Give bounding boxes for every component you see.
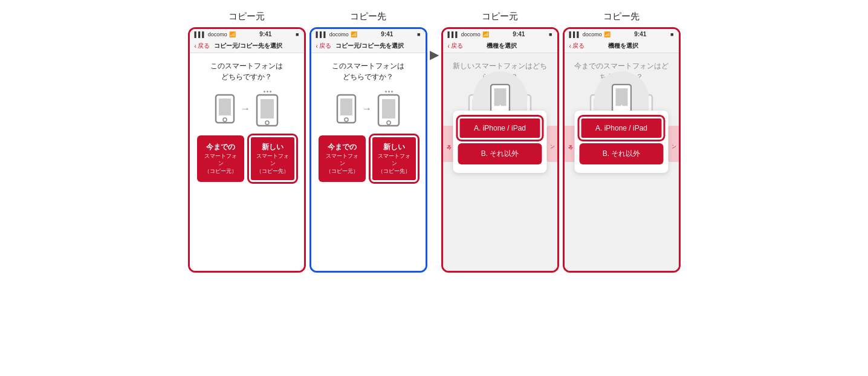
status-bar-4: ▌▌▌ docomo 📶 9:41 ■	[565, 29, 679, 39]
time-1: 9:41	[259, 31, 271, 37]
partial-tab-left-2: 今ス	[565, 126, 575, 162]
device-selection-popup-dest: A. iPhone / iPad B. それ以外	[575, 89, 669, 173]
section-title-4: コピー先	[603, 11, 640, 22]
wave-dots-1	[264, 91, 271, 92]
phone-frame-source-2: ▌▌▌ docomo 📶 9:41 ■ ‹ 戻る 機種を選択	[441, 27, 559, 273]
other-device-button-source[interactable]: B. それ以外	[458, 143, 542, 164]
nav-title-2: コピー元/コピー先を選択	[331, 42, 409, 50]
wifi-icon-4: 📶	[604, 31, 611, 37]
signal-icon-3: ▌▌▌	[448, 31, 459, 37]
btn-sub2-new-2: （コピー先）	[376, 167, 412, 175]
nav-title-1: コピー元/コピー先を選択	[210, 42, 287, 50]
battery-icon-3: ■	[549, 31, 552, 37]
section-copy-dest-1: コピー先 ▌▌▌ docomo 📶 9:41 ■ ‹ 戻	[309, 11, 427, 273]
svg-point-2	[223, 118, 227, 122]
back-label-4: 戻る	[572, 42, 585, 50]
btn-sub2-old-2: （コピー元）	[323, 167, 361, 175]
popup-triangle-source	[495, 105, 505, 111]
phone-frame-source-1: ▌▌▌ docomo 📶 9:41 ■ ‹ 戻る コピー元/コピー先を選択	[188, 27, 306, 273]
time-2: 9:41	[381, 31, 393, 37]
old-smartphone-button-1[interactable]: 今までの スマートフォン （コピー元）	[197, 135, 244, 182]
phone-content-2: このスマートフォンはどちらですか？ →	[311, 53, 426, 271]
svg-rect-10	[382, 99, 395, 118]
battery-icon-1: ■	[296, 31, 299, 37]
chevron-left-icon-4: ‹	[569, 43, 571, 50]
button-row-2: 今までの スマートフォン （コピー元） 新しい スマートフォン （コピー先）	[317, 135, 419, 182]
illustration-2: →	[317, 91, 419, 127]
svg-rect-19	[494, 88, 506, 106]
signal-icon-1: ▌▌▌	[195, 31, 206, 37]
partial-tab-left: 今ス	[443, 126, 454, 162]
nav-bar-1: ‹ 戻る コピー元/コピー先を選択	[190, 39, 304, 53]
section-copy-dest-2: コピー先 ▌▌▌ docomo 📶 9:41 ■ ‹ 戻	[563, 11, 681, 273]
carrier-3: docomo	[461, 31, 481, 37]
other-device-button-dest[interactable]: B. それ以外	[580, 143, 664, 164]
time-3: 9:41	[513, 31, 525, 37]
iphone-ipad-button-source[interactable]: A. iPhone / iPad	[458, 117, 542, 140]
battery-icon-4: ■	[670, 31, 673, 37]
partial-tab-right-2: ン	[668, 126, 679, 162]
back-button-4[interactable]: ‹ 戻る	[569, 42, 585, 50]
status-left-2: ▌▌▌ docomo 📶	[316, 31, 357, 37]
new-smartphone-button-1[interactable]: 新しい スマートフォン （コピー先）	[249, 135, 296, 182]
time-4: 9:41	[634, 31, 646, 37]
back-button-2[interactable]: ‹ 戻る	[316, 42, 331, 50]
group-arrow: ▶	[427, 47, 441, 62]
new-phone-icon-1	[255, 91, 279, 127]
wifi-icon-3: 📶	[482, 31, 489, 37]
status-left-4: ▌▌▌ docomo 📶	[569, 31, 611, 37]
phone-frame-dest-2: ▌▌▌ docomo 📶 9:41 ■ ‹ 戻る 機種を選択	[563, 27, 681, 273]
back-button-1[interactable]: ‹ 戻る	[195, 42, 210, 50]
svg-point-8	[345, 118, 348, 122]
new-phone-icon-2	[377, 91, 401, 127]
popup-body-dest: A. iPhone / iPad B. それ以外	[575, 111, 669, 173]
svg-point-5	[265, 121, 269, 125]
back-button-3[interactable]: ‹ 戻る	[448, 42, 463, 50]
btn-sub-old-1: スマートフォン	[202, 152, 239, 167]
status-left-1: ▌▌▌ docomo 📶	[195, 31, 236, 37]
status-bar-1: ▌▌▌ docomo 📶 9:41 ■	[190, 29, 304, 39]
svg-point-11	[387, 121, 390, 125]
section-copy-source-1: コピー元 ▌▌▌ docomo 📶 9:41 ■ ‹ 戻	[188, 11, 306, 273]
wifi-icon-1: 📶	[229, 31, 236, 37]
new-smartphone-button-2[interactable]: 新しい スマートフォン （コピー先）	[371, 135, 418, 182]
nav-bar-2: ‹ 戻る コピー元/コピー先を選択	[311, 39, 426, 53]
svg-rect-7	[340, 99, 352, 115]
btn-sub-old-2: スマートフォン	[323, 152, 361, 167]
chevron-left-icon-2: ‹	[316, 43, 318, 50]
nav-bar-3: ‹ 戻る 機種を選択	[443, 39, 557, 53]
arrow-right-icon-2: →	[362, 103, 372, 114]
button-row-1: 今までの スマートフォン （コピー元） 新しい スマートフォン （コピー先）	[196, 135, 298, 182]
status-right-3: ■	[549, 31, 552, 37]
btn-sub-new-2: スマートフォン	[376, 152, 412, 167]
btn-main-old-2: 今までの	[323, 142, 361, 152]
section-title-2: コピー先	[350, 11, 386, 22]
carrier-4: docomo	[583, 31, 602, 37]
old-smartphone-button-2[interactable]: 今までの スマートフォン （コピー元）	[319, 135, 366, 182]
second-group: コピー元 ▌▌▌ docomo 📶 9:41 ■ ‹ 戻	[441, 11, 681, 273]
btn-sub2-new-1: （コピー先）	[254, 167, 291, 175]
nav-bar-4: ‹ 戻る 機種を選択	[565, 39, 679, 53]
chevron-left-icon-3: ‹	[448, 43, 450, 50]
phone-frame-dest-1: ▌▌▌ docomo 📶 9:41 ■ ‹ 戻る コピー元/コピー先を選択	[309, 27, 427, 273]
carrier-2: docomo	[329, 31, 349, 37]
device-selection-popup-source: A. iPhone / iPad B. それ以外	[453, 89, 547, 173]
first-group: コピー元 ▌▌▌ docomo 📶 9:41 ■ ‹ 戻	[188, 11, 427, 273]
btn-sub-new-1: スマートフォン	[254, 152, 291, 167]
nav-title-3: 機種を選択	[463, 42, 540, 50]
status-bar-2: ▌▌▌ docomo 📶 9:41 ■	[311, 29, 426, 39]
battery-icon-2: ■	[417, 31, 420, 37]
popup-triangle-dest	[617, 105, 626, 111]
popup-body-source: A. iPhone / iPad B. それ以外	[453, 111, 547, 173]
illustration-1: →	[196, 91, 298, 127]
phone-content-1: このスマートフォンはどちらですか？ →	[190, 53, 304, 271]
old-phone-icon-2	[335, 94, 357, 124]
phone-question-1: このスマートフォンはどちらですか？	[196, 60, 298, 82]
iphone-ipad-button-dest[interactable]: A. iPhone / iPad	[580, 117, 664, 140]
status-bar-3: ▌▌▌ docomo 📶 9:41 ■	[443, 29, 557, 39]
svg-rect-1	[219, 99, 231, 115]
phone-question-2: このスマートフォンはどちらですか？	[317, 60, 419, 82]
wifi-icon-2: 📶	[351, 31, 357, 37]
signal-icon-4: ▌▌▌	[569, 31, 581, 37]
carrier-1: docomo	[208, 31, 227, 37]
